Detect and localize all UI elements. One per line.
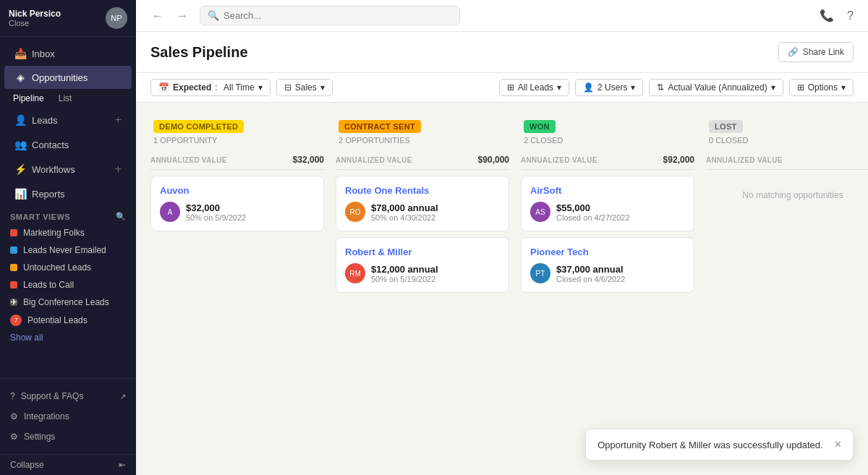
opportunities-icon: ◈ bbox=[14, 72, 26, 83]
smart-view-untouched-leads[interactable]: Untouched Leads bbox=[0, 259, 136, 276]
card-body: PT $37,000 annual Closed on 4/6/2022 bbox=[530, 263, 685, 283]
external-link-icon: ↗ bbox=[120, 393, 126, 401]
footer-item-settings[interactable]: ⚙ Settings bbox=[0, 427, 136, 447]
smart-view-big-conference-leads[interactable]: ✈ Big Conference Leads bbox=[0, 294, 136, 311]
search-icon: 🔍 bbox=[208, 10, 219, 21]
col-value-label: ANNUALIZED VALUE bbox=[706, 156, 783, 164]
sidebar-item-reports[interactable]: 📊 Reports bbox=[4, 182, 132, 205]
add-icon[interactable]: + bbox=[115, 114, 122, 127]
topbar: ← → 🔍 📞 ? bbox=[136, 0, 868, 32]
chevron-down-icon: ▾ bbox=[841, 82, 846, 93]
inbox-icon: 📥 bbox=[14, 48, 26, 59]
value-filter[interactable]: ⇅ Actual Value (Annualized) ▾ bbox=[649, 79, 783, 96]
all-leads-filter[interactable]: ⊞ All Leads ▾ bbox=[499, 79, 569, 96]
sidebar-item-pipeline[interactable]: Pipeline bbox=[7, 90, 50, 106]
card-amount: $78,000 annual bbox=[371, 202, 438, 213]
back-button[interactable]: ← bbox=[148, 7, 168, 25]
show-all-link[interactable]: Show all bbox=[0, 330, 136, 346]
user-name: Nick Persico bbox=[9, 9, 61, 19]
col-count: 2 OPPORTUNITIES bbox=[339, 136, 506, 145]
chevron-down-icon: ▾ bbox=[631, 82, 635, 93]
add-icon[interactable]: + bbox=[115, 163, 122, 176]
kanban-col-lost: LOST 0 CLOSED ANNUALIZED VALUE $0 No mat… bbox=[706, 114, 868, 463]
contacts-icon: 👥 bbox=[14, 139, 26, 150]
options-filter[interactable]: ⊞ Options ▾ bbox=[789, 79, 854, 96]
sidebar-item-label: Leads bbox=[32, 115, 57, 126]
sidebar-item-opportunities[interactable]: ◈ Opportunities bbox=[4, 66, 132, 89]
kanban-card[interactable]: AirSoft AS $55,000 Closed on 4/27/2022 bbox=[521, 176, 694, 231]
user-info: Nick Persico Close bbox=[9, 9, 61, 27]
users-filter[interactable]: 👤 2 Users ▾ bbox=[575, 79, 643, 96]
col-count: 2 CLOSED bbox=[524, 136, 692, 145]
card-amount: $37,000 annual bbox=[556, 264, 625, 275]
sidebar-item-list[interactable]: List bbox=[53, 90, 78, 106]
sub-nav: Pipeline List bbox=[4, 90, 132, 106]
sidebar-item-workflows[interactable]: ⚡ Workflows + bbox=[4, 157, 132, 181]
footer-item-integrations[interactable]: ⚙ Integrations bbox=[0, 406, 136, 427]
sidebar-nav: 📥 Inbox ◈ Opportunities Pipeline List 👤 … bbox=[0, 37, 136, 378]
no-match-text: No matching opportunities bbox=[706, 176, 868, 215]
card-info: $78,000 annual 50% on 4/30/2022 bbox=[371, 202, 438, 222]
page-title: Sales Pipeline bbox=[150, 44, 248, 61]
forward-button[interactable]: → bbox=[172, 7, 192, 25]
share-link-button[interactable]: 🔗 Share Link bbox=[778, 42, 854, 62]
help-button[interactable]: ? bbox=[844, 7, 856, 25]
reports-icon: 📊 bbox=[14, 188, 26, 200]
filters-bar: 📅 Expected: All Time ▾ ⊟ Sales ▾ ⊞ All L… bbox=[136, 73, 868, 103]
footer-item-support[interactable]: ? Support & FAQs ↗ bbox=[0, 386, 136, 406]
col-header: WON 2 CLOSED bbox=[521, 114, 694, 152]
card-title: AirSoft bbox=[530, 185, 685, 196]
col-value-row: ANNUALIZED VALUE $90,000 bbox=[336, 152, 509, 170]
sales-filter[interactable]: ⊟ Sales ▾ bbox=[276, 79, 333, 96]
smart-view-marketing-folks[interactable]: Marketing Folks bbox=[0, 224, 136, 241]
close-dropdown[interactable]: Close bbox=[9, 19, 61, 27]
kanban-card[interactable]: Pioneer Tech PT $37,000 annual Closed on… bbox=[521, 237, 694, 293]
sv-dot bbox=[10, 247, 17, 254]
chevron-down-icon: ▾ bbox=[258, 82, 263, 93]
sort-icon: ⇅ bbox=[657, 82, 664, 93]
sidebar-item-label: Reports bbox=[32, 189, 65, 200]
sidebar-item-leads[interactable]: 👤 Leads + bbox=[4, 108, 132, 132]
leads-icon: 👤 bbox=[14, 114, 26, 126]
collapse-button[interactable]: Collapse ⇤ bbox=[0, 454, 136, 475]
col-badge: DEMO COMPLETED bbox=[153, 120, 244, 133]
workflows-icon: ⚡ bbox=[14, 163, 26, 175]
sidebar-item-inbox[interactable]: 📥 Inbox bbox=[4, 42, 132, 65]
kanban-card[interactable]: Robert & Miller RM $12,000 annual 50% on… bbox=[336, 237, 509, 293]
expected-filter[interactable]: 📅 Expected: All Time ▾ bbox=[150, 79, 271, 96]
card-detail: Closed on 4/27/2022 bbox=[556, 213, 630, 222]
card-title: Auvon bbox=[160, 185, 315, 196]
col-header: LOST 0 CLOSED bbox=[706, 114, 868, 152]
card-info: $32,000 50% on 5/9/2022 bbox=[186, 202, 246, 222]
card-info: $12,000 annual 50% on 5/19/2022 bbox=[371, 264, 438, 283]
toast-notification: Opportunity Robert & Miller was successf… bbox=[585, 429, 854, 461]
card-amount: $32,000 bbox=[186, 202, 246, 213]
smart-view-leads-to-call[interactable]: Leads to Call bbox=[0, 276, 136, 294]
sidebar-item-label: Inbox bbox=[32, 48, 55, 59]
kanban-cards: AirSoft AS $55,000 Closed on 4/27/2022 P… bbox=[521, 176, 694, 463]
smart-view-leads-never-emailed[interactable]: Leads Never Emailed bbox=[0, 241, 136, 259]
kanban-col-demo: DEMO COMPLETED 1 OPPORTUNITY ANNUALIZED … bbox=[150, 114, 324, 463]
phone-button[interactable]: 📞 bbox=[817, 6, 837, 25]
sidebar-item-contacts[interactable]: 👥 Contacts bbox=[4, 133, 132, 156]
search-icon[interactable]: 🔍 bbox=[116, 212, 127, 221]
card-info: $55,000 Closed on 4/27/2022 bbox=[556, 202, 630, 222]
col-value-row: ANNUALIZED VALUE $0 bbox=[706, 152, 868, 170]
avatar: NP bbox=[106, 7, 127, 29]
sidebar-item-label: Contacts bbox=[32, 140, 69, 150]
card-body: RM $12,000 annual 50% on 5/19/2022 bbox=[345, 263, 500, 283]
kanban-card[interactable]: Route One Rentals RO $78,000 annual 50% … bbox=[336, 176, 509, 231]
search-input[interactable] bbox=[224, 10, 452, 21]
kanban-card[interactable]: Auvon A $32,000 50% on 5/9/2022 bbox=[150, 176, 324, 231]
toast-close-button[interactable]: × bbox=[835, 438, 841, 451]
card-amount: $55,000 bbox=[556, 202, 630, 213]
col-count: 0 CLOSED bbox=[709, 136, 868, 145]
smart-view-potential-leads[interactable]: 7 Potential Leads bbox=[0, 311, 136, 330]
topbar-right: 📞 ? bbox=[817, 6, 856, 25]
content-area: Sales Pipeline 🔗 Share Link 📅 Expected: … bbox=[136, 32, 868, 475]
grid-icon: ⊞ bbox=[507, 82, 514, 93]
card-title: Pioneer Tech bbox=[530, 247, 685, 257]
toast-message: Opportunity Robert & Miller was successf… bbox=[597, 440, 822, 450]
support-icon: ? bbox=[10, 391, 15, 401]
card-detail: 50% on 5/19/2022 bbox=[371, 275, 438, 283]
